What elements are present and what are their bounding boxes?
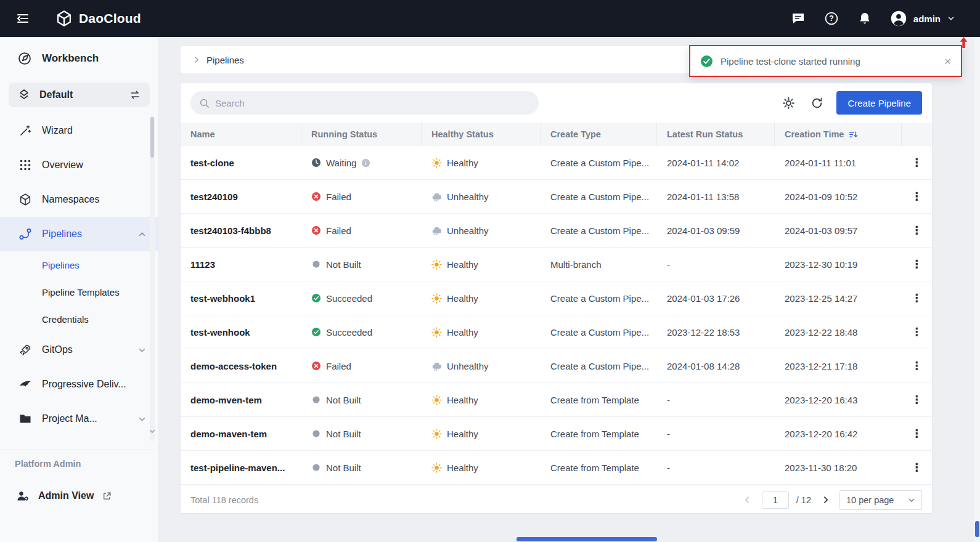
sidebar-subitem-pipelines[interactable]: Pipelines: [0, 251, 158, 278]
latest-run-status: 2023-12-22 18:53: [657, 327, 775, 338]
table-row[interactable]: demo-access-token Failed Unhealthy Creat…: [181, 349, 932, 383]
sidebar-item-pipelines[interactable]: Pipelines: [0, 217, 158, 251]
page-number-input[interactable]: [762, 491, 789, 509]
create-type: Create from Template: [541, 429, 657, 439]
pipeline-name[interactable]: 11123: [181, 259, 301, 270]
sidebar-item-overview[interactable]: Overview: [0, 148, 158, 182]
healthy-status-cell: Healthy: [422, 158, 541, 168]
sidebar-item-label: Project Ma...: [42, 413, 97, 424]
sidebar-subitem-pipeline-templates[interactable]: Pipeline Templates: [0, 278, 158, 305]
running-status-label: Not Built: [326, 429, 361, 439]
create-type: Create a Custom Pipe...: [541, 225, 657, 236]
row-actions-kebab[interactable]: ⋮: [908, 222, 926, 238]
column-header-create-type[interactable]: Create Type: [541, 123, 657, 146]
row-actions-kebab[interactable]: ⋮: [908, 426, 926, 442]
info-icon[interactable]: [361, 158, 370, 168]
workspace-switch-button[interactable]: [129, 89, 141, 101]
sidebar-item-namespaces[interactable]: Namespaces: [0, 182, 158, 217]
creation-time: 2023-12-21 17:18: [775, 361, 902, 371]
workbench-header[interactable]: Workbench: [0, 37, 158, 80]
column-header-actions: [902, 123, 932, 146]
table-row[interactable]: test240109 Failed Unhealthy Create a Cus…: [181, 180, 932, 214]
failed-icon: [311, 361, 321, 371]
table-row[interactable]: test240103-f4bbb8 Failed Unhealthy Creat…: [181, 214, 932, 248]
sidebar-item-gitops[interactable]: GitOps: [0, 333, 158, 367]
column-header-running-status[interactable]: Running Status: [301, 123, 422, 146]
row-actions-kebab[interactable]: ⋮: [908, 290, 926, 306]
pipeline-name[interactable]: demo-access-token: [181, 361, 301, 371]
row-actions-kebab[interactable]: ⋮: [908, 155, 926, 171]
healthy-status-label: Unhealthy: [447, 225, 489, 236]
brand-logo[interactable]: DaoCloud: [55, 10, 141, 27]
healthy-status-label: Healthy: [447, 293, 478, 304]
healthy-status-label: Unhealthy: [447, 361, 489, 371]
pipeline-name[interactable]: test-pipeline-maven...: [181, 463, 301, 473]
column-header-healthy-status[interactable]: Healthy Status: [422, 123, 541, 146]
table-row[interactable]: test-webhook1 Succeeded Healthy Create a…: [181, 281, 932, 315]
workbench-label: Workbench: [42, 52, 99, 65]
table-row[interactable]: test-wenhook Succeeded Healthy Create a …: [181, 315, 932, 349]
sidebar-collapse-button[interactable]: [15, 10, 31, 26]
gear-icon: [782, 97, 795, 110]
pipeline-name[interactable]: test-webhook1: [181, 293, 301, 304]
sidebar-scrollbar-thumb[interactable]: [150, 117, 154, 158]
column-header-latest-run-status[interactable]: Latest Run Status: [657, 123, 775, 146]
pipeline-name[interactable]: test240103-f4bbb8: [181, 225, 301, 236]
search-box[interactable]: [190, 91, 539, 115]
pipeline-name[interactable]: demo-maven-tem: [181, 429, 301, 439]
table-header: Name Running Status Healthy Status Creat…: [181, 123, 932, 146]
healthy-status-cell: Healthy: [422, 395, 541, 405]
sort-descending-icon[interactable]: [849, 130, 858, 139]
help-icon: ?: [824, 11, 839, 26]
sidebar-item-progressive-delivery[interactable]: Progressive Deliv...: [0, 367, 158, 402]
create-type: Create a Custom Pipe...: [541, 327, 657, 338]
sidebar-item-label: GitOps: [42, 344, 73, 355]
column-header-name[interactable]: Name: [181, 123, 301, 146]
row-actions-kebab[interactable]: ⋮: [908, 392, 926, 408]
row-actions-kebab[interactable]: ⋮: [908, 324, 926, 340]
row-actions-kebab[interactable]: ⋮: [908, 188, 926, 204]
refresh-button[interactable]: [808, 94, 825, 111]
help-button[interactable]: ?: [823, 10, 839, 26]
toast-close-button[interactable]: ×: [944, 55, 951, 67]
row-actions-kebab[interactable]: ⋮: [908, 358, 926, 374]
table-row[interactable]: test-clone Waiting Healthy Create a Cust…: [181, 146, 932, 180]
sun-healthy-icon: [431, 293, 442, 304]
workspace-selector[interactable]: Default: [9, 83, 150, 107]
pipeline-name[interactable]: test-wenhook: [181, 327, 301, 338]
table-row[interactable]: demo-maven-tem Not Built Healthy Create …: [181, 417, 932, 451]
sidebar-item-wizard[interactable]: Wizard: [0, 113, 158, 148]
table-row[interactable]: test-pipeline-maven... Not Built Healthy…: [181, 451, 932, 485]
table-settings-button[interactable]: [780, 94, 797, 111]
pipeline-name[interactable]: demo-mven-tem: [181, 395, 301, 405]
table-row[interactable]: demo-mven-tem Not Built Healthy Create f…: [181, 383, 932, 417]
running-status-label: Failed: [326, 192, 351, 202]
sidebar-scroll-down-arrow[interactable]: [149, 426, 156, 437]
pipeline-name[interactable]: test-clone: [181, 158, 301, 168]
table-row[interactable]: 11123 Not Built Healthy Multi-branch - 2…: [181, 248, 932, 281]
messages-button[interactable]: [790, 10, 806, 26]
running-status-label: Failed: [326, 361, 351, 371]
row-actions-kebab[interactable]: ⋮: [908, 256, 926, 272]
page-vertical-scrollbar[interactable]: [974, 37, 980, 542]
sidebar-item-project-management[interactable]: Project Ma...: [0, 402, 158, 436]
row-actions-kebab[interactable]: ⋮: [908, 459, 926, 475]
horizontal-scrollbar-thumb[interactable]: [517, 537, 657, 541]
pipeline-name[interactable]: test240109: [181, 192, 301, 202]
user-menu[interactable]: admin: [890, 10, 955, 27]
main-content: Pipelines Create Pipeline Name Running S…: [159, 37, 980, 542]
search-input[interactable]: [215, 98, 530, 108]
notifications-button[interactable]: [857, 10, 873, 26]
sidebar-item-admin-view[interactable]: Admin View: [0, 479, 158, 513]
sun-healthy-icon: [431, 327, 442, 338]
column-header-creation-time[interactable]: Creation Time: [775, 123, 902, 146]
breadcrumb-page-label[interactable]: Pipelines: [206, 55, 244, 65]
previous-page-button[interactable]: [741, 493, 754, 507]
next-page-button[interactable]: [819, 493, 832, 507]
bell-icon: [857, 11, 872, 26]
sidebar-scrollbar[interactable]: [150, 116, 155, 441]
create-pipeline-button[interactable]: Create Pipeline: [836, 91, 922, 115]
sidebar-subitem-credentials[interactable]: Credentials: [0, 305, 158, 333]
vertical-scrollbar-thumb[interactable]: [975, 521, 979, 537]
per-page-select[interactable]: 10 per page: [839, 490, 922, 510]
